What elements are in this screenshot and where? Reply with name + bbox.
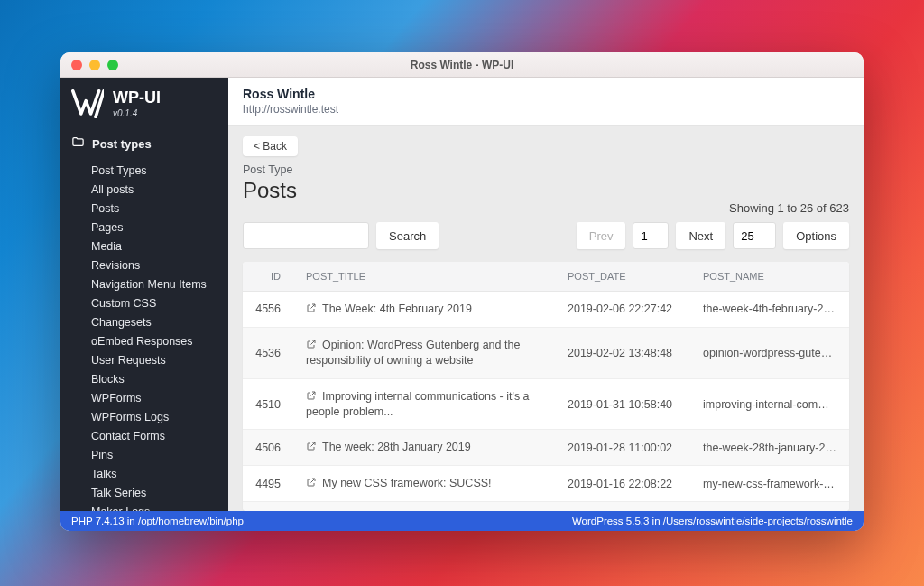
next-button[interactable]: Next xyxy=(676,222,725,249)
sidebar-item[interactable]: Custom CSS xyxy=(60,293,228,312)
external-link-icon[interactable] xyxy=(306,390,317,401)
main: Ross Wintle http://rosswintle.test < Bac… xyxy=(228,78,864,511)
sidebar-item[interactable]: Media xyxy=(60,237,228,256)
cell-title: My new CSS framework: SUCSS! xyxy=(295,466,557,502)
sidebar-item[interactable]: Posts xyxy=(60,199,228,218)
cell-date: 2019-02-02 13:48:48 xyxy=(557,327,692,378)
search-input[interactable] xyxy=(243,222,369,249)
prev-button[interactable]: Prev xyxy=(577,222,626,249)
statusbar: PHP 7.4.13 in /opt/homebrew/bin/php Word… xyxy=(60,511,864,531)
cell-id: 4556 xyxy=(243,292,295,328)
cell-title: Improving internal communications - it's… xyxy=(295,378,557,430)
cell-name: my-new-css-framework-sucss xyxy=(692,466,849,502)
folder-icon xyxy=(71,135,85,152)
sidebar: WP-UI v0.1.4 Post types Post TypesAll po… xyxy=(60,78,228,511)
cell-date: 2019-02-06 22:27:42 xyxy=(557,292,692,328)
cell-title: The week: 28th January 2019 xyxy=(295,430,557,466)
close-icon[interactable] xyxy=(71,60,82,70)
sidebar-item[interactable]: User Requests xyxy=(60,350,228,369)
brand-title: WP-UI xyxy=(113,88,161,107)
sidebar-item[interactable]: Maker Logs xyxy=(60,502,228,511)
brand: WP-UI v0.1.4 xyxy=(60,78,228,128)
external-link-icon[interactable] xyxy=(306,339,317,349)
statusbar-left: PHP 7.4.13 in /opt/homebrew/bin/php xyxy=(71,516,244,526)
table-row[interactable]: 4536Opinion: WordPress Gutenberg and the… xyxy=(243,327,849,378)
cell-id: 2557 xyxy=(243,502,295,511)
per-page-input[interactable] xyxy=(733,222,776,249)
sidebar-item[interactable]: WPForms xyxy=(60,388,228,407)
app-window: Ross Wintle - WP-UI WP-UI v0.1.4 Post ty… xyxy=(60,52,864,531)
statusbar-right: WordPress 5.5.3 in /Users/rosswintle/sid… xyxy=(572,516,853,526)
breadcrumb: Post Type xyxy=(243,163,849,176)
cell-date: 2019-01-14 17:11:14 xyxy=(557,502,692,511)
sidebar-item[interactable]: WPForms Logs xyxy=(60,407,228,426)
options-button[interactable]: Options xyxy=(783,222,849,249)
cell-title: The Week: 4th February 2019 xyxy=(295,292,557,328)
sidebar-item[interactable]: Contact Forms xyxy=(60,426,228,445)
content: < Back Post Type Posts Showing 1 to 26 o… xyxy=(228,126,864,511)
titlebar: Ross Wintle - WP-UI xyxy=(60,52,864,78)
cell-name: improving-internal-communications-its-a-… xyxy=(692,378,849,430)
cell-date: 2019-01-28 11:00:02 xyxy=(557,430,692,466)
sidebar-item[interactable]: Pages xyxy=(60,218,228,237)
sidebar-item[interactable]: All posts xyxy=(60,180,228,199)
cell-name: the-week-4th-february-2019 xyxy=(692,292,849,328)
table-row[interactable]: 4506The week: 28th January 20192019-01-2… xyxy=(243,430,849,466)
sidebar-item[interactable]: oEmbed Responses xyxy=(60,331,228,350)
cell-name: opinion-wordpress-gutenberg-and-the-resp… xyxy=(692,327,849,378)
col-header-date[interactable]: POST_DATE xyxy=(557,262,692,292)
cell-date: 2019-01-16 22:08:22 xyxy=(557,466,692,502)
sidebar-item[interactable]: Pins xyxy=(60,445,228,464)
app-logo-icon xyxy=(71,88,104,119)
header: Ross Wintle http://rosswintle.test xyxy=(228,78,864,126)
back-button[interactable]: < Back xyxy=(243,136,298,156)
window-title: Ross Wintle - WP-UI xyxy=(60,59,864,71)
sidebar-item[interactable]: Revisions xyxy=(60,256,228,274)
sidebar-section-label: Post types xyxy=(92,137,152,151)
cell-id: 4510 xyxy=(243,378,295,430)
minimize-icon[interactable] xyxy=(89,60,100,70)
col-header-name[interactable]: POST_NAME xyxy=(692,262,849,292)
external-link-icon[interactable] xyxy=(306,441,317,451)
cell-name: not-all-software-development-processes-a… xyxy=(692,502,849,511)
search-button[interactable]: Search xyxy=(376,222,439,249)
col-header-id[interactable]: ID xyxy=(243,262,295,292)
external-link-icon[interactable] xyxy=(306,302,317,313)
sidebar-nav-list: Post TypesAll postsPostsPagesMediaRevisi… xyxy=(60,159,228,511)
sidebar-item[interactable]: Talk Series xyxy=(60,483,228,502)
external-link-icon[interactable] xyxy=(306,477,317,488)
site-name: Ross Wintle xyxy=(243,87,849,101)
sidebar-item[interactable]: Post Types xyxy=(60,161,228,180)
table-row[interactable]: 2557Not all software development process… xyxy=(243,502,849,511)
cell-title: Not all software development processes a… xyxy=(295,502,557,511)
cell-id: 4495 xyxy=(243,466,295,502)
col-header-title[interactable]: POST_TITLE xyxy=(295,262,557,292)
page-input[interactable] xyxy=(633,222,669,249)
sidebar-section-post-types[interactable]: Post types xyxy=(60,128,228,159)
cell-id: 4536 xyxy=(243,327,295,378)
table-row[interactable]: 4556The Week: 4th February 20192019-02-0… xyxy=(243,292,849,328)
sidebar-item[interactable]: Blocks xyxy=(60,369,228,388)
toolbar: Search Prev Next Options xyxy=(243,222,849,249)
brand-version: v0.1.4 xyxy=(113,108,161,118)
site-url: http://rosswintle.test xyxy=(243,103,849,116)
table-row[interactable]: 4510Improving internal communications - … xyxy=(243,378,849,430)
traffic-lights xyxy=(60,60,118,70)
sidebar-item[interactable]: Navigation Menu Items xyxy=(60,274,228,293)
posts-table: ID POST_TITLE POST_DATE POST_NAME 4556Th… xyxy=(243,262,849,511)
result-count: Showing 1 to 26 of 623 xyxy=(243,201,849,215)
table-row[interactable]: 4495My new CSS framework: SUCSS!2019-01-… xyxy=(243,466,849,502)
sidebar-item[interactable]: Talks xyxy=(60,464,228,483)
page-title: Posts xyxy=(243,178,297,203)
cell-id: 4506 xyxy=(243,430,295,466)
cell-name: the-week-28th-january-2019 xyxy=(692,430,849,466)
cell-date: 2019-01-31 10:58:40 xyxy=(557,378,692,430)
sidebar-item[interactable]: Changesets xyxy=(60,312,228,331)
maximize-icon[interactable] xyxy=(107,60,118,70)
cell-title: Opinion: WordPress Gutenberg and the res… xyxy=(295,327,557,378)
